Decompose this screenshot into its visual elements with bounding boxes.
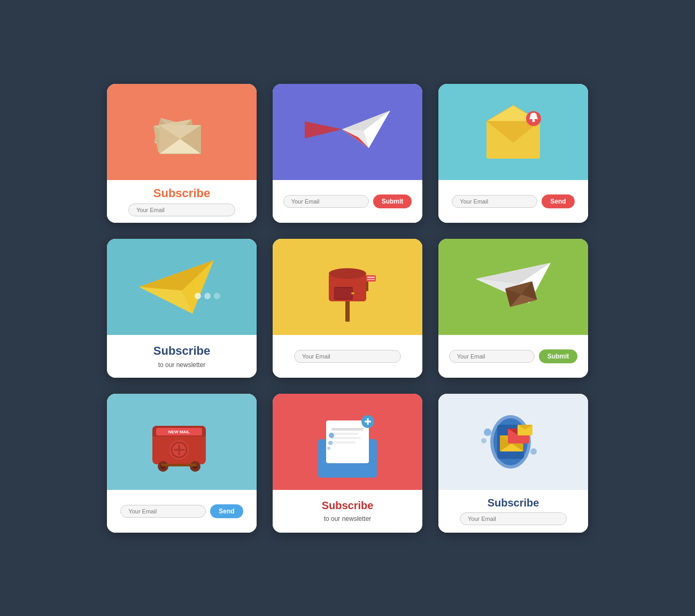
svg-rect-65: [331, 428, 364, 431]
email-input-6[interactable]: [449, 350, 535, 363]
svg-rect-39: [366, 275, 376, 282]
card-1-illustration: [107, 84, 257, 180]
card-4: Subscribe to our newsletter: [107, 239, 257, 378]
send-button-7[interactable]: Send: [210, 504, 243, 518]
card-2: Submit: [273, 84, 422, 223]
card-7: NEW MAIL Send: [107, 394, 257, 533]
svg-point-34: [329, 268, 366, 279]
card-7-illustration: NEW MAIL: [107, 394, 257, 490]
svg-point-29: [195, 293, 201, 299]
card-9: Subscribe: [438, 394, 588, 533]
email-input-2[interactable]: [283, 195, 369, 208]
svg-point-73: [328, 441, 333, 445]
submit-button-6[interactable]: Submit: [539, 349, 578, 363]
email-input-9[interactable]: [460, 512, 567, 525]
white-plane-envelope-icon: [460, 252, 567, 322]
svg-rect-37: [351, 292, 354, 294]
mailbox-icon: [310, 249, 385, 324]
card-3-bottom: Send: [438, 180, 588, 223]
subscribe-title-8: Subscribe: [322, 500, 374, 512]
card-5-bottom: [273, 335, 422, 378]
email-input-7[interactable]: [120, 505, 206, 518]
svg-rect-62: [161, 464, 197, 466]
card-4-illustration: [107, 239, 257, 335]
svg-text:NEW MAIL: NEW MAIL: [168, 430, 190, 434]
subscribe-subtitle-8: to our newsletter: [324, 515, 372, 523]
svg-point-31: [214, 293, 220, 299]
card-6-illustration: [438, 239, 588, 335]
phone-envelopes-icon: [470, 404, 556, 479]
svg-point-79: [481, 438, 486, 443]
email-input-1[interactable]: [128, 204, 235, 216]
card-6: Submit: [438, 239, 588, 378]
card-4-bottom: Subscribe to our newsletter: [107, 335, 257, 378]
svg-point-80: [530, 448, 537, 455]
yellow-plane-icon: [128, 252, 235, 322]
open-envelope-icon: [305, 404, 390, 479]
svg-rect-32: [345, 300, 350, 322]
cards-grid: Subscribe Submit: [107, 84, 588, 533]
card-5-illustration: [273, 239, 422, 335]
send-button-3[interactable]: Send: [542, 194, 574, 208]
paper-plane-red-icon: [294, 100, 401, 164]
envelopes-icon: [144, 103, 219, 161]
card-9-illustration: [438, 394, 588, 490]
card-6-bottom: Submit: [438, 335, 588, 378]
card-2-illustration: [273, 84, 422, 180]
subscribe-title-9: Subscribe: [488, 497, 539, 509]
svg-point-72: [329, 433, 334, 438]
mail-cart-icon: NEW MAIL: [139, 404, 225, 479]
subscribe-title-4: Subscribe: [153, 344, 210, 358]
svg-rect-36: [335, 288, 352, 299]
card-7-bottom: Send: [107, 490, 257, 533]
card-8-illustration: [273, 394, 422, 490]
card-2-bottom: Submit: [273, 180, 422, 223]
svg-rect-67: [331, 437, 361, 439]
svg-point-30: [204, 293, 211, 299]
card-1-bottom: Subscribe: [107, 180, 257, 223]
email-input-5[interactable]: [294, 350, 401, 363]
subscribe-subtitle-4: to our newsletter: [158, 361, 206, 369]
email-input-3[interactable]: [452, 195, 537, 208]
card-5: [273, 239, 422, 378]
svg-point-74: [327, 447, 330, 450]
envelope-bell-icon: [470, 100, 556, 164]
svg-point-78: [484, 428, 491, 436]
svg-marker-13: [305, 121, 342, 138]
card-8-bottom: Subscribe to our newsletter: [273, 490, 422, 533]
submit-button-2[interactable]: Submit: [373, 194, 412, 208]
card-8: Subscribe to our newsletter: [273, 394, 422, 533]
svg-rect-68: [331, 441, 356, 443]
card-3-illustration: [438, 84, 588, 180]
card-9-bottom: Subscribe: [438, 490, 588, 533]
svg-rect-66: [331, 433, 358, 435]
card-3: Send: [438, 84, 588, 223]
svg-point-25: [532, 119, 535, 122]
card-1: Subscribe: [107, 84, 257, 223]
subscribe-title-1: Subscribe: [153, 186, 210, 200]
